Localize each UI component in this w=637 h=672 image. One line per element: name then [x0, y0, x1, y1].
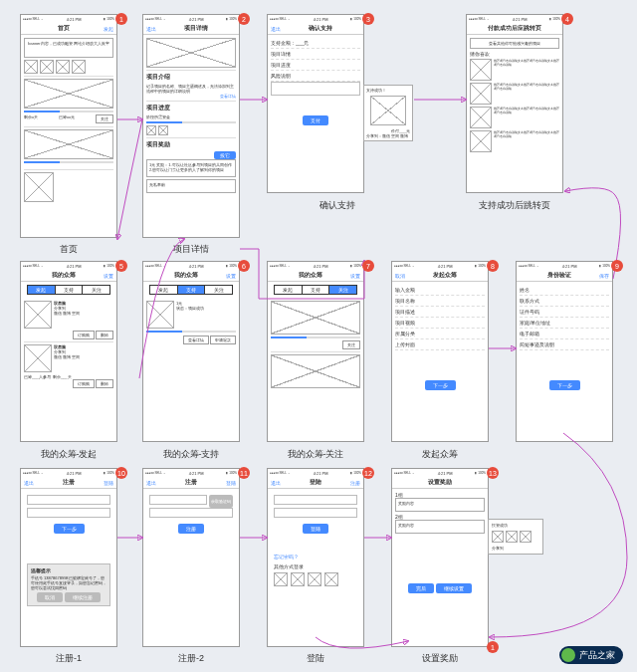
pay-button[interactable]: 支付 — [303, 115, 328, 125]
refund-button[interactable]: 申请退款 — [210, 336, 236, 344]
register-button[interactable]: 注册 — [178, 524, 204, 534]
share-icons[interactable]: 微信 微博 空间 — [54, 354, 80, 359]
nav-register[interactable]: 注册 — [350, 480, 360, 486]
segmented-control[interactable]: 发起支持关注 — [274, 285, 357, 295]
reward-content-input[interactable]: 奖励内容 — [395, 520, 485, 534]
project-image[interactable] — [24, 79, 113, 109]
row-id[interactable]: 证件号码 — [520, 307, 609, 318]
continue-button[interactable]: 继续设置 — [436, 583, 472, 593]
share-icon[interactable] — [506, 531, 518, 543]
view-detail-button[interactable]: 查看详情 — [183, 336, 209, 344]
item-thumb[interactable] — [146, 301, 174, 329]
next-button[interactable]: 下一步 — [549, 380, 580, 390]
nav-back[interactable]: 退出 — [24, 480, 34, 486]
seg-start[interactable]: 发起 — [150, 286, 178, 294]
row-name[interactable]: 姓名 — [520, 285, 609, 296]
seg-support[interactable]: 支持 — [303, 286, 330, 294]
code-input[interactable] — [27, 508, 110, 518]
nav-back[interactable]: 退出 — [146, 480, 156, 486]
row-progress[interactable]: 项目进度 — [271, 60, 360, 71]
nav-save[interactable]: 保存 — [599, 273, 609, 279]
rec-thumb[interactable] — [470, 83, 492, 105]
finish-button[interactable]: 完后 — [408, 583, 434, 593]
share-icon[interactable] — [492, 531, 504, 543]
category-tile[interactable] — [24, 60, 38, 74]
category-tile[interactable] — [40, 60, 54, 74]
delete-button[interactable]: 删除 — [96, 379, 113, 388]
rec-thumb[interactable] — [470, 130, 492, 152]
segmented-control[interactable]: 发起支持关注 — [27, 285, 110, 295]
item-thumb[interactable] — [24, 344, 52, 372]
phone-input[interactable] — [149, 495, 207, 505]
cancel-button[interactable]: 取消 — [37, 592, 63, 602]
category-tile[interactable] — [56, 60, 70, 74]
nav-settings[interactable]: 设置 — [350, 273, 360, 279]
nav-settings[interactable]: 设置 — [226, 273, 236, 279]
seg-follow[interactable]: 关注 — [205, 286, 232, 294]
row-amount[interactable]: 支持金额：___元 — [271, 38, 360, 49]
login-button[interactable]: 登陆 — [303, 524, 328, 534]
row-bio[interactable]: 简短事迹及说明 — [520, 339, 609, 350]
seg-follow[interactable]: 关注 — [83, 286, 109, 294]
row-risk[interactable]: 风险说明 — [271, 71, 360, 82]
follow-button[interactable]: 关注 — [96, 114, 113, 123]
share-icon[interactable] — [520, 531, 531, 543]
row-name[interactable]: 项目名称 — [395, 296, 485, 307]
seg-support[interactable]: 支持 — [178, 286, 206, 294]
continue-button[interactable]: 继续注册 — [65, 592, 101, 602]
row-detail[interactable]: 项目详情 — [271, 49, 360, 60]
social-login[interactable] — [308, 572, 321, 586]
row-category[interactable]: 所属分类 — [395, 329, 485, 339]
seg-start[interactable]: 发起 — [28, 286, 56, 294]
nav-cancel[interactable]: 取消 — [395, 273, 405, 279]
next-button[interactable]: 下一步 — [425, 380, 456, 390]
nav-back[interactable]: 退出 — [146, 26, 156, 32]
social-login[interactable] — [324, 572, 338, 586]
item-thumb[interactable] — [24, 301, 52, 329]
support-button[interactable]: 投它 — [214, 151, 236, 159]
follow-item-image[interactable] — [271, 301, 360, 335]
row-video[interactable]: 项目视频 — [395, 318, 485, 329]
donate-option[interactable]: 无私奉献 — [146, 179, 236, 193]
reward-tier[interactable]: 1元 奖励：1.可以让社区参与到项目的共同创作 2.您可以让门票让更多的人了解到… — [146, 159, 236, 177]
edit-button[interactable]: 订购购 — [73, 379, 95, 388]
forget-link[interactable]: 忘记密码？ — [274, 554, 357, 560]
phone-input[interactable] — [27, 495, 110, 505]
password-input[interactable] — [274, 508, 357, 518]
nav-login[interactable]: 登陆 — [226, 480, 236, 486]
nav-login[interactable]: 登陆 — [104, 480, 113, 486]
share-row[interactable]: 分享到：微信 空间 微博 — [366, 133, 410, 138]
row-amount[interactable]: 输入金额 — [395, 285, 485, 296]
edit-button[interactable]: 订购购 — [73, 331, 95, 339]
view-detail-link[interactable]: 查看详情 — [146, 94, 236, 99]
get-code-button[interactable]: 获取验证码 — [209, 495, 233, 508]
follow-button[interactable]: 关注 — [342, 340, 360, 349]
message-input[interactable] — [271, 82, 360, 96]
nav-action-launch[interactable]: 发起 — [104, 26, 113, 32]
nav-back[interactable]: 退出 — [271, 480, 281, 486]
share-icons[interactable]: 微信 微博 空间 — [54, 311, 80, 316]
next-button[interactable]: 下一步 — [54, 524, 85, 534]
row-cover[interactable]: 上传封面 — [395, 339, 485, 350]
rec-thumb[interactable] — [470, 107, 492, 128]
row-email[interactable]: 电子邮箱 — [520, 329, 609, 339]
social-login[interactable] — [291, 572, 305, 586]
seg-follow[interactable]: 关注 — [329, 286, 356, 294]
phone-input[interactable] — [274, 495, 357, 505]
seg-start[interactable]: 发起 — [275, 286, 303, 294]
row-desc[interactable]: 项目描述 — [395, 307, 485, 318]
delete-button[interactable]: 删除 — [96, 331, 113, 339]
follow-item-image[interactable] — [271, 354, 360, 388]
project-thumb[interactable] — [24, 172, 54, 202]
seg-support[interactable]: 支持 — [56, 286, 84, 294]
nav-back[interactable]: 退出 — [271, 26, 281, 32]
segmented-control[interactable]: 发起支持关注 — [149, 285, 233, 295]
rec-thumb[interactable] — [470, 59, 492, 81]
row-address[interactable]: 家庭/单位地址 — [520, 318, 609, 329]
project-image[interactable] — [24, 129, 113, 159]
reward-content-input[interactable]: 奖励内容 — [395, 498, 485, 512]
category-tile[interactable] — [72, 60, 86, 74]
code-input[interactable] — [149, 508, 233, 518]
social-login[interactable] — [274, 572, 288, 586]
row-contact[interactable]: 联系方式 — [520, 296, 609, 307]
